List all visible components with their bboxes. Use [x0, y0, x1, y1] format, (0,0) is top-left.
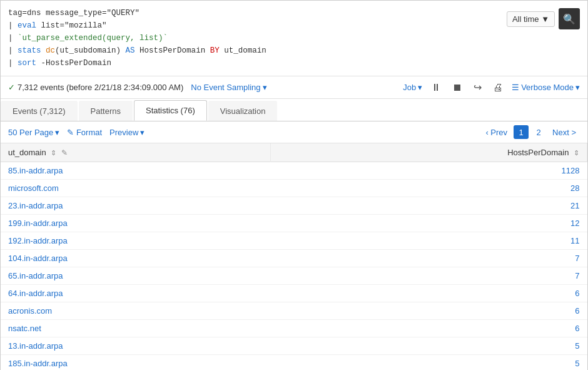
search-icon: 🔍	[563, 13, 575, 25]
table-row: 65.in-addr.arpa7	[1, 267, 587, 285]
sort-icon-ut-domain: ⇕	[51, 149, 56, 157]
tab-visualization[interactable]: Visualization	[208, 101, 278, 121]
count-cell: 6	[271, 302, 587, 320]
per-page-button[interactable]: 50 Per Page ▾	[8, 128, 59, 137]
domain-cell[interactable]: nsatc.net	[1, 320, 271, 337]
count-cell: 11	[271, 232, 587, 250]
format-icon: ✎	[67, 128, 74, 137]
search-button[interactable]: 🔍	[559, 8, 580, 29]
query-text: tag=dns message_type="QUERY" | eval list…	[8, 7, 502, 69]
next-page-button[interactable]: Next >	[549, 126, 580, 138]
table-row: 64.in-addr.arpa6	[1, 285, 587, 302]
table-row: 185.in-addr.arpa5	[1, 355, 587, 371]
main-container: tag=dns message_type="QUERY" | eval list…	[0, 0, 588, 370]
domain-cell[interactable]: 64.in-addr.arpa	[1, 285, 271, 302]
domain-cell[interactable]: 65.in-addr.arpa	[1, 267, 271, 285]
prev-page-button[interactable]: ‹ Prev	[482, 126, 511, 138]
table-row: 23.in-addr.arpa21	[1, 197, 587, 215]
edit-icon-ut-domain[interactable]: ✎	[61, 148, 68, 157]
query-bar: tag=dns message_type="QUERY" | eval list…	[1, 1, 587, 76]
stop-icon: ⏹	[452, 82, 462, 93]
tab-statistics[interactable]: Statistics (76)	[134, 100, 207, 121]
domain-cell[interactable]: 85.in-addr.arpa	[1, 162, 271, 180]
count-cell: 28	[271, 180, 587, 197]
pause-icon: ⏸	[431, 82, 441, 93]
stop-button[interactable]: ⏹	[450, 81, 465, 95]
sort-icon-hosts-per-domain: ⇕	[574, 149, 579, 157]
domain-cell[interactable]: acronis.com	[1, 302, 271, 320]
count-cell: 7	[271, 250, 587, 267]
table-row: acronis.com6	[1, 302, 587, 320]
tab-patterns[interactable]: Patterns	[79, 101, 133, 121]
count-cell: 7	[271, 267, 587, 285]
verbose-mode-button[interactable]: ☰ Verbose Mode ▾	[512, 83, 580, 92]
table-row: microsoft.com28	[1, 180, 587, 197]
domain-cell[interactable]: 192.in-addr.arpa	[1, 232, 271, 250]
domain-cell[interactable]: 13.in-addr.arpa	[1, 337, 271, 355]
column-header-hosts-per-domain[interactable]: HostsPerDomain ⇕	[271, 143, 587, 162]
format-button[interactable]: ✎ Format	[67, 128, 102, 137]
pause-button[interactable]: ⏸	[428, 81, 444, 95]
domain-cell[interactable]: 185.in-addr.arpa	[1, 355, 271, 371]
tab-events[interactable]: Events (7,312)	[1, 101, 78, 121]
time-selector[interactable]: All time ▼	[507, 11, 555, 27]
domain-cell[interactable]: microsoft.com	[1, 180, 271, 197]
table-row: 192.in-addr.arpa11	[1, 232, 587, 250]
domain-cell[interactable]: 23.in-addr.arpa	[1, 197, 271, 215]
count-cell: 1128	[271, 162, 587, 180]
count-cell: 6	[271, 285, 587, 302]
print-icon: 🖨	[493, 82, 503, 93]
table-row: 13.in-addr.arpa5	[1, 337, 587, 355]
page-2-button[interactable]: 2	[531, 125, 546, 139]
verbose-icon: ☰	[512, 83, 519, 92]
page-1-button[interactable]: 1	[514, 125, 529, 139]
count-cell: 21	[271, 197, 587, 215]
query-bar-right: All time ▼ 🔍	[507, 7, 580, 29]
print-button[interactable]: 🖨	[490, 81, 505, 95]
table-row: 85.in-addr.arpa1128	[1, 162, 587, 180]
count-cell: 5	[271, 337, 587, 355]
status-right: Job ▾ ⏸ ⏹ ↪ 🖨 ☰ Verbose Mode ▾	[403, 80, 580, 95]
event-sampling-button[interactable]: No Event Sampling ▾	[191, 83, 266, 92]
table-row: 199.in-addr.arpa12	[1, 215, 587, 232]
pagination: ‹ Prev 1 2 Next >	[482, 125, 580, 139]
share-icon: ↪	[474, 82, 482, 93]
status-bar: ✓ 7,312 events (before 2/21/18 2:34:09.0…	[1, 76, 587, 99]
preview-button[interactable]: Preview ▾	[109, 128, 144, 137]
domain-cell[interactable]: 199.in-addr.arpa	[1, 215, 271, 232]
count-cell: 5	[271, 355, 587, 371]
table-row: 104.in-addr.arpa7	[1, 250, 587, 267]
domain-cell[interactable]: 104.in-addr.arpa	[1, 250, 271, 267]
count-cell: 6	[271, 320, 587, 337]
status-events-text: 7,312 events (before 2/21/18 2:34:09.000…	[18, 83, 183, 92]
table-toolbar: 50 Per Page ▾ ✎ Format Preview ▾ ‹ Prev …	[1, 121, 587, 143]
status-check-icon: ✓	[8, 83, 15, 92]
share-button[interactable]: ↪	[471, 80, 484, 95]
tabs-bar: Events (7,312) Patterns Statistics (76) …	[1, 99, 587, 121]
job-button[interactable]: Job ▾	[403, 83, 422, 92]
column-header-ut-domain[interactable]: ut_domain ⇕ ✎	[1, 143, 271, 162]
data-table: ut_domain ⇕ ✎ HostsPerDomain ⇕ 85.in-add…	[1, 143, 587, 370]
table-row: nsatc.net6	[1, 320, 587, 337]
count-cell: 12	[271, 215, 587, 232]
